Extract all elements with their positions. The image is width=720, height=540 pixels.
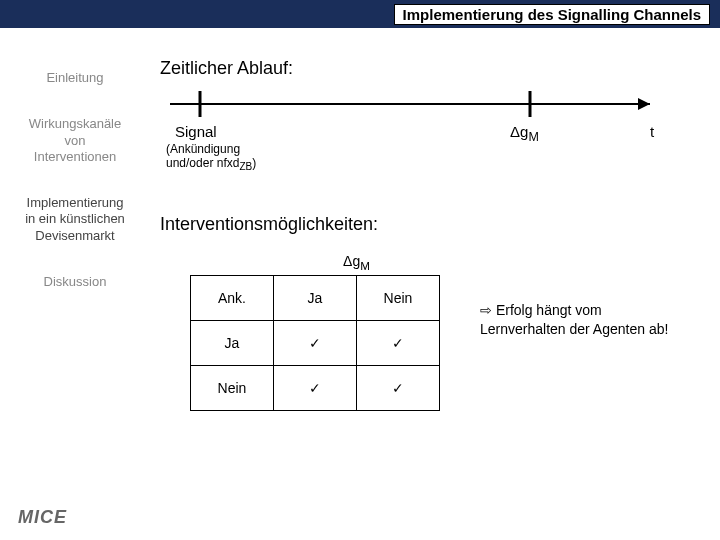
footer-logo: MICE <box>18 507 67 528</box>
matrix-col-ja: Ja <box>274 275 357 320</box>
timeline-t-label: t <box>650 123 654 140</box>
sidebar-item-diskussion: Diskussion <box>0 274 150 290</box>
sidebar: Einleitung Wirkungskanäle von Interventi… <box>0 70 150 320</box>
timeline-signal-label: Signal <box>175 123 217 140</box>
matrix-row-nein: Nein <box>191 365 274 410</box>
header-bar: Implementierung des Signalling Channels <box>0 0 720 28</box>
interventions-heading: Interventionsmöglichkeiten: <box>160 214 720 235</box>
timeline-axis-icon <box>160 89 680 119</box>
matrix-top-header: ΔgM <box>274 251 440 276</box>
matrix-cell-nein-ja: ✓ <box>274 365 357 410</box>
timeline-heading: Zeitlicher Ablauf: <box>160 58 720 79</box>
conclusion-text: ⇨ Erfolg hängt vom Lernverhalten der Age… <box>480 301 670 339</box>
matrix-corner: Ank. <box>191 275 274 320</box>
matrix-cell-ja-ja: ✓ <box>274 320 357 365</box>
sidebar-item-implementierung: Implementierung in ein künstlichen Devis… <box>0 195 150 244</box>
matrix-row-ja: Ja <box>191 320 274 365</box>
matrix-cell-nein-nein: ✓ <box>357 365 440 410</box>
page-title: Implementierung des Signalling Channels <box>394 4 710 25</box>
matrix-cell-ja-nein: ✓ <box>357 320 440 365</box>
intervention-matrix: ΔgM Ank. Ja Nein Ja ✓ ✓ Nein ✓ ✓ <box>190 251 440 411</box>
main-content: Zeitlicher Ablauf: Signal ΔgM t (Ankündi… <box>160 28 720 411</box>
sidebar-item-wirkungskanaele: Wirkungskanäle von Interventionen <box>0 116 150 165</box>
svg-marker-3 <box>638 98 650 110</box>
arrow-icon: ⇨ <box>480 302 492 318</box>
timeline-dgm-label: ΔgM <box>510 123 539 144</box>
matrix-col-nein: Nein <box>357 275 440 320</box>
timeline-signal-sublabel: (Ankündigung und/oder nfxdZB) <box>166 142 720 174</box>
timeline-diagram: Signal ΔgM t (Ankündigung und/oder nfxdZ… <box>160 89 720 174</box>
sidebar-item-einleitung: Einleitung <box>0 70 150 86</box>
